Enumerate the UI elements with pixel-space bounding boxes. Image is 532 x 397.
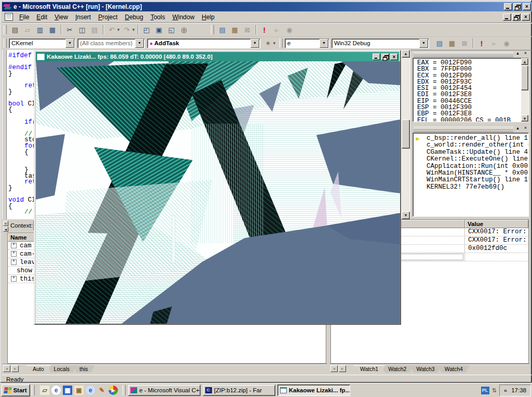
window-list-icon[interactable]: ◱ [165,24,178,35]
menu-item-help[interactable]: Help [198,12,218,22]
call-stack-content[interactable]: c_bsp::render_all() line 176▶c_world::re… [413,133,529,217]
execute-program-icon[interactable]: ! [475,37,488,49]
panel-grip[interactable] [414,127,513,132]
menu-item-tools[interactable]: Tools [147,12,169,22]
tab-watch1[interactable]: Watch1 [353,365,385,373]
chevron-down-icon[interactable]: ▼ [135,39,144,48]
scroll-up-icon[interactable]: ▲ [402,50,410,58]
minimize-icon[interactable] [504,3,512,10]
cut-icon[interactable]: ✂ [63,24,76,35]
paint-brush-icon[interactable]: ✎ [97,386,107,395]
show-desktop-icon[interactable]: ▱ [40,386,49,395]
save-file-icon[interactable]: ▥ [34,24,46,35]
media-player-icon[interactable]: ▶ [109,386,118,395]
panel-close-icon[interactable]: × [3,221,8,226]
chevron-down-icon[interactable]: ▼ [272,41,276,46]
menu-item-view[interactable]: View [51,12,72,22]
stop-build-icon[interactable]: ⊠ [241,24,254,35]
stack-frame[interactable]: CGameTask::Update() line 454 [413,149,528,156]
members-combobox[interactable]: (All class members) ▼ [77,38,145,48]
mdi-minimize-icon[interactable] [503,14,511,21]
close-icon[interactable]: × [523,3,531,10]
tab-scroll-left-icon[interactable]: ◂ [3,365,10,372]
open-file-icon[interactable]: ▱ [21,24,34,35]
code-text[interactable]: #ifdef#endif}ret}bool CI{if(//stofor{}ta… [8,53,36,216]
chevron-down-icon[interactable]: ▼ [250,39,259,48]
taskbar-button-far-manager[interactable]: C:[ZIP:b12.zip] - Far [203,385,275,396]
menu-item-edit[interactable]: Edit [33,12,51,22]
toolbar-grip[interactable] [280,38,283,48]
copy-icon[interactable]: ◫ [76,24,88,35]
tab-watch4[interactable]: Watch4 [438,365,470,373]
collapse-left-icon[interactable]: ◂ [3,227,8,232]
chevron-down-icon[interactable]: ▼ [65,39,74,48]
break-execution-icon[interactable]: ◉ [500,37,513,49]
tab-watch2[interactable]: Watch2 [381,365,413,373]
panel-grip[interactable] [414,52,513,57]
panel-close-icon[interactable]: × [522,50,529,57]
media-grid-icon[interactable]: ▦ [63,386,72,395]
minimize-icon[interactable] [373,54,380,60]
tab-auto[interactable]: Auto [26,365,51,373]
scrollbar-thumb[interactable] [402,120,410,149]
stack-frame[interactable]: WinMainCRTStartup() line 198 [413,177,528,183]
language-indicator[interactable]: PL [481,387,489,394]
compile-icon[interactable]: ▤ [433,37,446,49]
tab-watch3[interactable]: Watch3 [409,365,441,373]
game-window[interactable]: Kakaowe Lizaki... fps: 86.059 dT: 0.0000… [34,50,401,325]
stack-frame[interactable]: KERNEL32! 77e7eb69() [413,184,528,191]
mdi-restore-icon[interactable] [512,14,521,21]
value-column-header[interactable]: Value [465,220,528,228]
toolbar-grip[interactable] [4,38,7,48]
expand-plus-icon[interactable]: + [11,243,17,248]
mdi-close-icon[interactable]: × [522,14,530,21]
class-combobox[interactable]: CKernel ▼ [9,38,75,48]
scroll-up-icon[interactable]: ▲ [521,58,528,65]
execute-program-icon[interactable]: ! [258,24,271,35]
chevron-down-icon[interactable]: ▼ [419,39,428,48]
find-in-files-icon[interactable]: ◎ [178,24,190,35]
tab-scroll-right-icon[interactable]: ▸ [339,365,346,372]
tab-scroll-right-icon[interactable]: ▸ [11,365,19,372]
expand-plus-icon[interactable]: + [11,251,17,257]
save-all-icon[interactable]: ▦ [46,24,59,35]
build-icon[interactable]: ▦ [229,24,241,35]
stack-frame[interactable]: WinMain(HINSTANCE__ * 0x0040 [413,170,528,177]
panel-close-icon[interactable]: × [522,125,529,131]
scroll-down-icon[interactable]: ▼ [521,115,528,122]
tab-this[interactable]: this [73,365,95,373]
tray-chevron-icon[interactable]: « [504,387,507,393]
paste-icon[interactable]: ▤ [88,24,101,35]
new-file-icon[interactable]: ▤ [9,24,21,35]
stack-frame[interactable]: CApplication::Run(int 0x0000 [413,163,528,170]
document-system-menu-icon[interactable] [5,13,13,21]
taskbar-button-game-window[interactable]: Kakaowe Lizaki... fp... [277,385,350,396]
restore-icon[interactable] [513,3,522,10]
dock-toggle-icon[interactable]: ▴ [514,125,521,131]
tab-locals[interactable]: Locals [47,365,76,373]
network-status-icon[interactable]: ⇅ [492,387,497,394]
stack-frame[interactable]: CKernel::ExecuteOne() line 3 [413,156,528,163]
registers-scrollbar[interactable]: ▲ ▼ [521,58,528,122]
go-icon[interactable]: ▹ [488,37,500,49]
menu-item-file[interactable]: File [16,12,33,22]
menu-item-insert[interactable]: Insert [72,12,95,22]
toolbar-grip[interactable] [211,25,214,34]
configuration-combobox[interactable]: Win32 Debug ▼ [331,38,429,48]
chevron-down-icon[interactable]: ▼ [131,28,136,32]
chevron-down-icon[interactable]: ▼ [116,28,121,32]
start-button[interactable]: Start [1,384,30,396]
taskbar-button-visual-cpp[interactable]: e - Microsoft Visual C++ [r... [128,385,201,396]
editor-vertical-scrollbar[interactable]: ▲ ▼ [402,50,410,219]
stop-build-icon[interactable]: ⊠ [458,37,471,49]
break-execution-icon[interactable]: ◉ [283,24,296,35]
chevron-down-icon[interactable]: ▼ [320,39,328,48]
expand-plus-icon[interactable]: + [11,276,17,282]
menu-item-project[interactable]: Project [95,12,121,22]
function-combobox[interactable]: ● AddTask ▼ [147,38,260,48]
workspace-pane-icon[interactable]: ◰ [140,24,153,35]
stack-frame[interactable]: c_world::render_other(int 0x [413,142,528,149]
ie-globe-icon[interactable]: e [86,386,95,395]
close-icon[interactable]: × [390,54,398,60]
build-icon[interactable]: ▦ [446,37,458,49]
